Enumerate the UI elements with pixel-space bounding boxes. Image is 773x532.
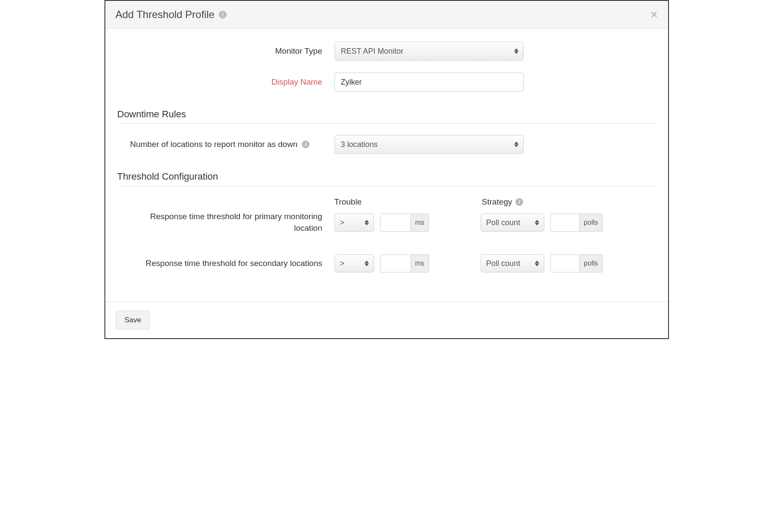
monitor-type-select-wrap: REST API Monitor bbox=[334, 42, 524, 61]
monitor-type-control: REST API Monitor bbox=[334, 42, 656, 61]
display-name-row: Display Name bbox=[117, 73, 656, 92]
info-icon[interactable]: i bbox=[302, 141, 310, 148]
polls-unit: polls bbox=[580, 214, 603, 232]
modal-header: Add Threshold Profile i × bbox=[105, 1, 668, 29]
monitor-type-select[interactable]: REST API Monitor bbox=[334, 42, 524, 61]
info-icon[interactable]: i bbox=[219, 11, 227, 18]
modal-body: Monitor Type REST API Monitor Display Na… bbox=[105, 29, 668, 302]
threshold-profile-modal: Add Threshold Profile i × Monitor Type R… bbox=[104, 0, 669, 339]
downtime-locations-control: 3 locations bbox=[334, 135, 656, 154]
display-name-label: Display Name bbox=[117, 77, 334, 87]
threshold-table: Trouble Strategy i Response time thresho… bbox=[117, 197, 656, 272]
threshold-row-primary: Response time threshold for primary moni… bbox=[117, 211, 656, 234]
divider bbox=[117, 123, 656, 124]
modal-title: Add Threshold Profile bbox=[116, 9, 215, 21]
downtime-locations-select-wrap: 3 locations bbox=[334, 135, 524, 154]
strategy-header-label: Strategy bbox=[482, 197, 512, 207]
threshold-header-row: Trouble Strategy i bbox=[117, 197, 656, 207]
downtime-locations-select[interactable]: 3 locations bbox=[334, 135, 524, 154]
operator-select-wrap: > bbox=[334, 254, 374, 272]
ms-input-group: ms bbox=[380, 254, 429, 272]
operator-select-secondary[interactable]: > bbox=[334, 254, 374, 272]
polls-value-input-primary[interactable] bbox=[550, 214, 580, 232]
polls-input-group: polls bbox=[550, 254, 603, 272]
spacer bbox=[117, 197, 334, 207]
polls-value-input-secondary[interactable] bbox=[550, 254, 580, 272]
strategy-select-primary[interactable]: Poll count bbox=[481, 214, 544, 232]
threshold-secondary-label: Response time threshold for secondary lo… bbox=[117, 258, 334, 269]
close-button[interactable]: × bbox=[650, 9, 657, 21]
trouble-header-label: Trouble bbox=[334, 197, 362, 207]
threshold-secondary-controls: > ms Poll count bbox=[334, 254, 603, 272]
ms-unit: ms bbox=[411, 254, 429, 272]
display-name-input[interactable] bbox=[334, 73, 524, 92]
ms-input-group: ms bbox=[380, 214, 429, 232]
polls-input-group: polls bbox=[550, 214, 603, 232]
save-button[interactable]: Save bbox=[116, 311, 150, 330]
strategy-select-wrap: Poll count bbox=[481, 254, 544, 272]
trouble-header: Trouble bbox=[334, 197, 482, 207]
downtime-locations-row: Number of locations to report monitor as… bbox=[117, 135, 656, 154]
threshold-row-secondary: Response time threshold for secondary lo… bbox=[117, 254, 656, 272]
threshold-section-title: Threshold Configuration bbox=[117, 171, 656, 182]
operator-select-primary[interactable]: > bbox=[334, 214, 374, 232]
info-icon[interactable]: i bbox=[515, 198, 523, 206]
strategy-header: Strategy i bbox=[482, 197, 524, 207]
downtime-locations-label: Number of locations to report monitor as… bbox=[130, 140, 298, 149]
downtime-locations-label-wrap: Number of locations to report monitor as… bbox=[117, 140, 334, 149]
modal-title-wrap: Add Threshold Profile i bbox=[116, 9, 227, 21]
strategy-group-secondary: Poll count polls bbox=[481, 254, 603, 272]
threshold-value-input-secondary[interactable] bbox=[380, 254, 411, 272]
polls-unit: polls bbox=[580, 254, 603, 272]
modal-footer: Save bbox=[105, 302, 668, 338]
monitor-type-label: Monitor Type bbox=[117, 46, 334, 56]
downtime-section-title: Downtime Rules bbox=[117, 109, 656, 120]
display-name-control bbox=[334, 73, 656, 92]
threshold-value-input-primary[interactable] bbox=[380, 214, 411, 232]
operator-select-wrap: > bbox=[334, 214, 374, 232]
ms-unit: ms bbox=[411, 214, 429, 232]
strategy-select-wrap: Poll count bbox=[481, 214, 544, 232]
monitor-type-row: Monitor Type REST API Monitor bbox=[117, 42, 656, 61]
threshold-primary-label: Response time threshold for primary moni… bbox=[117, 211, 334, 234]
close-icon: × bbox=[650, 8, 657, 21]
divider bbox=[117, 186, 656, 186]
strategy-group-primary: Poll count polls bbox=[481, 214, 603, 232]
threshold-primary-controls: > ms Poll count bbox=[334, 214, 603, 232]
strategy-select-secondary[interactable]: Poll count bbox=[481, 254, 544, 272]
